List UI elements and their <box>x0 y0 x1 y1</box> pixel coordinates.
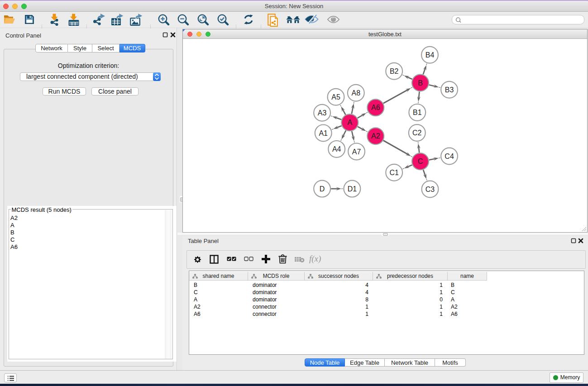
svg-text:D1: D1 <box>348 185 357 193</box>
svg-text:C2: C2 <box>412 129 422 137</box>
svg-text:C3: C3 <box>425 186 435 193</box>
svg-text:C4: C4 <box>445 152 454 160</box>
svg-text:C: C <box>418 157 423 165</box>
svg-text:A2: A2 <box>371 132 380 140</box>
svg-text:A6: A6 <box>371 104 380 111</box>
svg-text:B3: B3 <box>445 86 454 94</box>
svg-text:B2: B2 <box>390 67 399 75</box>
svg-text:C1: C1 <box>389 169 399 176</box>
svg-text:D: D <box>320 185 325 193</box>
svg-text:A4: A4 <box>332 145 341 153</box>
svg-text:A7: A7 <box>352 148 361 156</box>
svg-text:A1: A1 <box>319 129 328 137</box>
svg-text:B: B <box>418 79 423 87</box>
svg-text:B4: B4 <box>425 51 435 59</box>
svg-text:A5: A5 <box>331 93 340 101</box>
svg-text:A: A <box>347 119 352 126</box>
svg-text:B1: B1 <box>413 109 422 116</box>
svg-text:A8: A8 <box>352 89 361 97</box>
svg-text:A3: A3 <box>318 109 327 117</box>
